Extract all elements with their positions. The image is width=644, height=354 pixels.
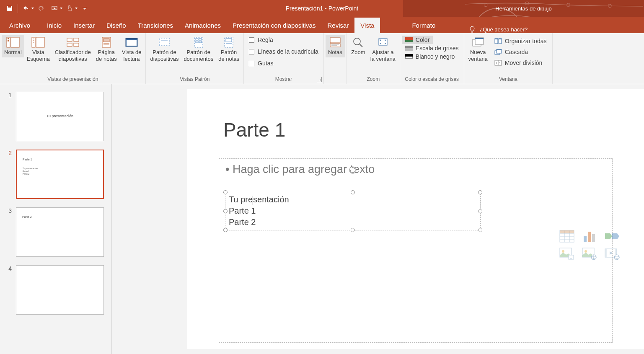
group-label-views: Vistas de presentación: [0, 75, 145, 84]
insert-video-icon[interactable]: [605, 248, 620, 260]
slide-thumbnail-4[interactable]: [16, 265, 104, 315]
svg-point-77: [614, 255, 619, 260]
tab-format[interactable]: Formato: [406, 18, 441, 33]
tab-transitions[interactable]: Transiciones: [132, 18, 179, 33]
cascade-button[interactable]: Cascada: [490, 47, 551, 57]
resize-handle[interactable]: [478, 228, 482, 232]
grayscale-mode-button[interactable]: Escala de grises: [402, 44, 462, 52]
rotation-handle[interactable]: [349, 166, 357, 174]
thumb-number: 4: [6, 265, 12, 315]
tab-design[interactable]: Diseño: [101, 18, 132, 33]
insert-chart-icon[interactable]: [582, 230, 597, 243]
slide-thumbnail-3[interactable]: Parte 2: [16, 207, 104, 257]
redo-button[interactable]: [36, 3, 47, 14]
thumb-number: 1: [6, 92, 12, 141]
group-label-color: Color o escala de grises: [400, 75, 464, 84]
svg-rect-62: [584, 236, 587, 242]
svg-point-40: [354, 38, 360, 45]
tab-insert[interactable]: Insertar: [67, 18, 101, 33]
ribbon: Normal Vista Esquema Clasificador de dia…: [0, 33, 644, 84]
placeholder-text: • Haga clic para agregar texto: [225, 163, 606, 176]
svg-rect-52: [497, 49, 502, 50]
insert-picture-icon[interactable]: [559, 248, 574, 260]
title-bar: Presentación1 - PowerPoint Herramientas …: [0, 0, 644, 17]
resize-handle[interactable]: [351, 228, 355, 232]
textbox-content[interactable]: Tu presentación Parte 1 Parte 2: [225, 192, 480, 230]
svg-rect-26: [159, 38, 169, 46]
fit-to-window-button[interactable]: Ajustar a la ventana: [368, 35, 398, 65]
group-label-show: Mostrar: [244, 75, 323, 84]
guides-checkbox[interactable]: Guías: [246, 57, 277, 69]
slide-master-button[interactable]: Patrón de diapositivas: [147, 35, 181, 65]
color-mode-button[interactable]: Color: [402, 36, 433, 44]
move-split-button[interactable]: Mover división: [490, 57, 551, 68]
slide-thumbnail-panel: 1 Tu presentación 2 Parte 1 Tu presentac…: [0, 84, 112, 354]
slide-thumbnail-1[interactable]: Tu presentación: [16, 92, 104, 141]
touch-mode-button[interactable]: [64, 3, 75, 14]
undo-button[interactable]: [21, 3, 31, 14]
svg-rect-18: [74, 43, 79, 47]
content-placeholder[interactable]: • Haga clic para agregar texto: [219, 158, 613, 343]
group-label-zoom: Zoom: [347, 75, 400, 84]
qat-customize-button[interactable]: [79, 3, 90, 14]
group-master-views: Patrón de diapositivas Patrón de documen…: [146, 33, 244, 84]
svg-rect-75: [605, 249, 607, 257]
svg-rect-15: [67, 38, 72, 41]
svg-rect-37: [330, 44, 340, 47]
slide-canvas[interactable]: Parte 1 • Haga clic para agregar texto: [187, 89, 644, 349]
slide-title[interactable]: Parte 1: [223, 119, 285, 141]
tab-home[interactable]: Inicio: [41, 18, 67, 33]
notes-toggle-button[interactable]: Notas: [326, 35, 345, 57]
svg-rect-11: [36, 37, 44, 47]
lightbulb-icon: [468, 26, 476, 33]
start-from-beginning-button[interactable]: [49, 3, 60, 14]
slide-canvas-area: Parte 1 • Haga clic para agregar texto: [112, 84, 644, 354]
insert-table-icon[interactable]: [559, 230, 574, 243]
slide-thumbnail-2[interactable]: Parte 1 Tu presentación Parte 1 Parte 2: [16, 150, 104, 199]
outline-view-button[interactable]: Vista Esquema: [24, 35, 52, 65]
tab-view[interactable]: Vista: [354, 18, 380, 33]
tab-review[interactable]: Revisar: [321, 18, 354, 33]
tab-slideshow[interactable]: Presentación con diapositivas: [227, 18, 321, 33]
insert-online-picture-icon[interactable]: [582, 248, 597, 260]
svg-rect-49: [499, 39, 502, 39]
insert-content-icons: [559, 230, 620, 242]
bw-mode-button[interactable]: Blanco y negro: [402, 52, 458, 61]
resize-handle[interactable]: [223, 228, 228, 232]
resize-handle[interactable]: [223, 190, 228, 194]
svg-rect-48: [495, 39, 498, 39]
zoom-button[interactable]: Zoom: [349, 35, 368, 57]
resize-handle[interactable]: [478, 190, 482, 194]
slide-sorter-button[interactable]: Clasificador de diapositivas: [52, 35, 93, 65]
content-area: 1 Tu presentación 2 Parte 1 Tu presentac…: [0, 84, 644, 354]
group-presentation-views: Normal Vista Esquema Clasificador de dia…: [0, 33, 146, 84]
svg-rect-1: [83, 7, 87, 7]
resize-handle[interactable]: [351, 190, 355, 194]
save-button[interactable]: [4, 3, 15, 14]
gridlines-checkbox[interactable]: Líneas de la cuadrícula: [246, 46, 322, 57]
resize-handle[interactable]: [478, 209, 482, 213]
normal-view-button[interactable]: Normal: [2, 35, 24, 57]
svg-point-70: [585, 250, 587, 253]
handout-master-button[interactable]: Patrón de documentos: [181, 35, 216, 65]
show-dialog-launcher[interactable]: [317, 77, 322, 82]
insert-smartart-icon[interactable]: [605, 230, 620, 243]
tab-file[interactable]: Archivo: [3, 18, 36, 33]
resize-handle[interactable]: [223, 209, 228, 213]
selected-textbox[interactable]: Tu presentación Parte 1 Parte 2: [225, 192, 481, 230]
notes-master-button[interactable]: Patrón de notas: [216, 35, 242, 65]
svg-rect-8: [8, 38, 9, 39]
new-window-button[interactable]: Nueva ventana: [466, 35, 490, 65]
svg-line-41: [360, 44, 362, 47]
reading-view-button[interactable]: Vista de lectura: [119, 35, 144, 65]
group-show: Regla Líneas de la cuadrícula Guías Most…: [244, 33, 347, 84]
notes-page-button[interactable]: Página de notas: [93, 35, 119, 65]
svg-rect-16: [74, 38, 79, 41]
svg-rect-24: [127, 40, 137, 46]
ruler-checkbox[interactable]: Regla: [246, 34, 277, 46]
arrange-all-button[interactable]: Organizar todas: [490, 36, 551, 47]
tab-animations[interactable]: Animaciones: [179, 18, 227, 33]
tell-me-search[interactable]: ¿Qué desea hacer?: [468, 26, 528, 33]
svg-rect-9: [8, 40, 9, 41]
group-window: Nueva ventana Organizar todas Cascada Mo…: [464, 33, 553, 84]
